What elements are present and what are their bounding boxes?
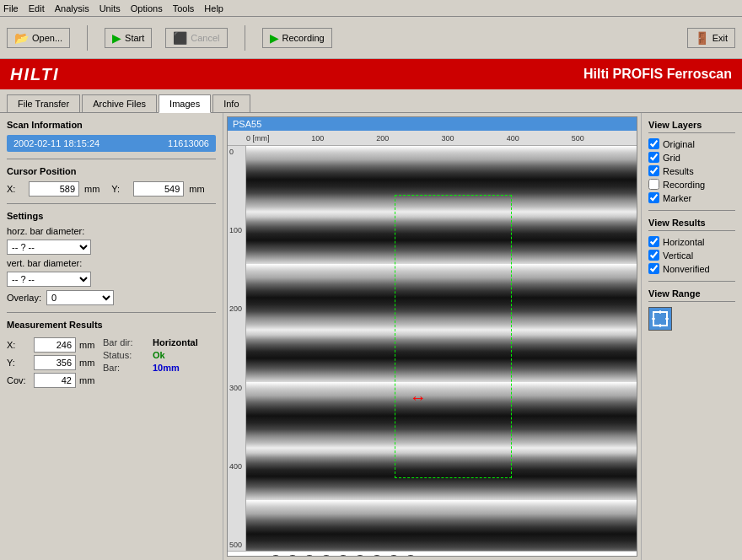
marker-8[interactable]: ⑧ — [387, 555, 401, 557]
result-nonverified-label: Nonverified — [663, 264, 710, 274]
meas-x-input[interactable] — [34, 337, 76, 353]
menu-file[interactable]: File — [3, 3, 19, 13]
meas-x-label: X: — [7, 340, 30, 350]
overlay-select[interactable]: 0 — [46, 290, 114, 305]
scan-content[interactable]: ↔ — [246, 146, 637, 551]
result-nonverified-checkbox[interactable] — [648, 263, 659, 274]
result-horizontal-label: Horizontal — [663, 237, 705, 247]
marker-5[interactable]: ⑤ — [336, 555, 350, 557]
view-range-icon[interactable] — [648, 307, 672, 331]
crosshair-marker: ↔ — [410, 387, 427, 407]
layer-marker-checkbox[interactable] — [648, 192, 659, 203]
meas-cov-row: Cov: mm — [7, 373, 96, 388]
vert-bar-label: vert. bar diameter: — [7, 258, 82, 268]
marker-3[interactable]: ③ — [303, 555, 316, 557]
meas-y-input[interactable] — [34, 355, 76, 370]
marker-1[interactable]: ① — [269, 555, 282, 557]
marker-6[interactable]: ⑥ — [353, 555, 367, 557]
ruler-left-100: 100 — [229, 226, 245, 234]
result-horizontal-row: Horizontal — [648, 236, 735, 247]
tab-images[interactable]: Images — [159, 94, 211, 113]
cursor-y-unit: mm — [189, 184, 204, 194]
meas-y-label: Y: — [7, 358, 30, 368]
meas-status-row: Status: Ok — [103, 350, 198, 360]
layer-results-row: Results — [648, 165, 735, 176]
ruler-top-100: 100 — [311, 134, 324, 143]
right-divider-2 — [648, 281, 735, 282]
selection-rect — [395, 195, 512, 478]
right-panel: View Layers Original Grid Results Record… — [641, 113, 742, 560]
cursor-x-input[interactable] — [29, 181, 79, 197]
cancel-button[interactable]: ⬛ Cancel — [165, 28, 227, 48]
menu-help[interactable]: Help — [204, 3, 223, 13]
recording-button[interactable]: ▶ Recording — [262, 28, 332, 48]
menu-edit[interactable]: Edit — [29, 3, 45, 13]
layer-original-row: Original — [648, 138, 735, 149]
tab-archive-files[interactable]: Archive Files — [82, 94, 157, 112]
menu-tools[interactable]: Tools — [173, 3, 195, 13]
stop-icon: ⬛ — [173, 31, 187, 45]
toolbar: 📂 Open... ▶ Start ⬛ Cancel ▶ Recording 🚪… — [0, 17, 742, 59]
cursor-x-label: X: — [7, 184, 24, 194]
layer-grid-row: Grid — [648, 152, 735, 163]
right-divider-1 — [648, 210, 735, 211]
toolbar-separator-1 — [87, 25, 88, 51]
meas-bar-dir-row: Bar dir: Horizontal — [103, 337, 198, 347]
open-button[interactable]: 📂 Open... — [7, 28, 70, 48]
start-button[interactable]: ▶ Start — [105, 28, 152, 48]
layer-recording-checkbox[interactable] — [648, 179, 659, 190]
scan-id: 11613006 — [168, 138, 209, 148]
overlay-row: Overlay: 0 — [7, 290, 216, 305]
layer-original-checkbox[interactable] — [648, 138, 659, 149]
ruler-left-300: 300 — [229, 384, 245, 392]
cursor-y-input[interactable] — [133, 181, 184, 197]
start-icon: ▶ — [112, 31, 121, 45]
menu-units[interactable]: Units — [99, 3, 121, 13]
main-area: Scan Information 2002-02-11 18:15:24 116… — [0, 113, 742, 560]
result-nonverified-row: Nonverified — [648, 263, 735, 274]
tab-file-transfer[interactable]: File Transfer — [7, 94, 80, 112]
result-vertical-row: Vertical — [648, 250, 735, 261]
scan-container[interactable]: PSA55 0 [mm] 100 200 300 400 500 0 100 2… — [227, 116, 637, 557]
marker-4[interactable]: ④ — [320, 555, 333, 557]
vert-bar-row: vert. bar diameter: — [7, 258, 216, 268]
scan-info-box: 2002-02-11 18:15:24 11613006 — [7, 135, 216, 152]
scan-image[interactable]: 0 [mm] 100 200 300 400 500 0 100 200 300… — [228, 131, 637, 551]
exit-button[interactable]: 🚪 Exit — [687, 28, 735, 48]
view-range-title: View Range — [648, 288, 735, 302]
layer-grid-checkbox[interactable] — [648, 152, 659, 163]
vert-bar-select[interactable]: -- ? -- — [7, 272, 91, 287]
result-vertical-label: Vertical — [663, 250, 693, 261]
layer-results-checkbox[interactable] — [648, 165, 659, 176]
tabs-bar: File Transfer Archive Files Images Info — [0, 89, 742, 113]
divider-3 — [7, 312, 216, 313]
meas-status-value: Ok — [153, 350, 165, 360]
ruler-top-300: 300 — [442, 134, 454, 143]
result-vertical-checkbox[interactable] — [648, 250, 659, 261]
ruler-left-0: 0 — [229, 148, 245, 156]
scan-title: PSA55 — [228, 117, 637, 131]
horz-bar-row: horz. bar diameter: — [7, 226, 216, 236]
ruler-top: 0 [mm] 100 200 300 400 500 — [228, 131, 637, 146]
menu-bar: File Edit Analysis Units Options Tools H… — [0, 0, 742, 17]
menu-analysis[interactable]: Analysis — [55, 3, 89, 13]
horz-bar-select[interactable]: -- ? -- — [7, 240, 91, 255]
divider-2 — [7, 203, 216, 204]
scan-info-title: Scan Information — [7, 120, 216, 130]
meas-x-row: X: mm — [7, 337, 96, 353]
result-horizontal-checkbox[interactable] — [648, 236, 659, 247]
meas-cov-input[interactable] — [34, 373, 76, 388]
app-header: HILTI Hilti PROFIS Ferroscan — [0, 59, 742, 89]
ruler-left-400: 400 — [229, 462, 245, 471]
layer-recording-row: Recording — [648, 179, 735, 190]
tab-info[interactable]: Info — [212, 94, 250, 112]
marker-2[interactable]: ② — [286, 555, 299, 557]
center-area: PSA55 0 [mm] 100 200 300 400 500 0 100 2… — [223, 113, 641, 560]
marker-9[interactable]: ⑨ — [404, 555, 417, 557]
marker-7[interactable]: ⑦ — [370, 555, 384, 557]
menu-options[interactable]: Options — [131, 3, 163, 13]
meas-y-unit: mm — [79, 358, 96, 368]
meas-bar-label: Bar: — [103, 363, 149, 373]
marker-label: Marker: — [234, 557, 266, 557]
ruler-top-0: 0 [mm] — [246, 134, 270, 143]
